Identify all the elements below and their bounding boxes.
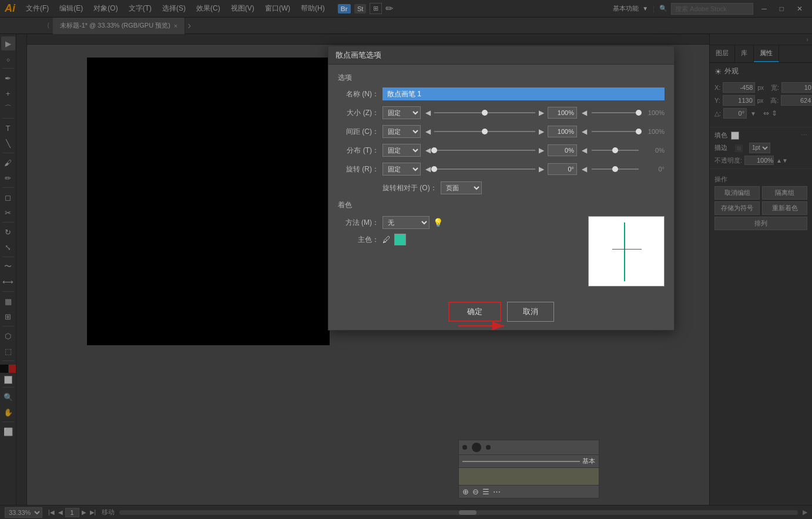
rotate-relative-label: 旋转相对于 (O)： bbox=[382, 183, 437, 193]
rotation-row: 旋转 (R)： 固定 ◀ ▶ ◀ 0° bbox=[338, 163, 665, 176]
scatter-value-input[interactable] bbox=[548, 144, 577, 156]
rotation-link-icon[interactable]: ◀ bbox=[581, 165, 588, 173]
preview-vertical-line bbox=[624, 223, 625, 281]
brush-icon-delete[interactable]: ⊖ bbox=[472, 487, 479, 496]
scatter-right-value: 0% bbox=[641, 147, 665, 154]
rotation-type-select[interactable]: 固定 bbox=[382, 163, 421, 176]
scatter-right-slider: 0% bbox=[592, 147, 665, 154]
options-section-label: 选项 bbox=[338, 73, 665, 83]
size-value-input[interactable] bbox=[548, 107, 577, 119]
spacing-value-input[interactable] bbox=[548, 126, 577, 137]
scatter-slider-right-arrow[interactable]: ▶ bbox=[538, 146, 545, 154]
brush-line-row: 基本 bbox=[459, 455, 599, 467]
rotation-value-input[interactable] bbox=[548, 163, 577, 175]
brush-icon-add[interactable]: ⊕ bbox=[462, 487, 469, 496]
brush-line bbox=[462, 461, 580, 462]
dialog-overlay: 散点画笔选项 选项 名称 (N)： 大小 (Z)： 固定 ◀ bbox=[0, 0, 812, 519]
brush-preview-strip bbox=[459, 467, 599, 485]
cancel-button[interactable]: 取消 bbox=[507, 302, 554, 322]
brush-dot-lg[interactable] bbox=[472, 443, 481, 452]
spacing-right-track[interactable] bbox=[592, 131, 639, 132]
brush-label: 基本 bbox=[582, 457, 595, 466]
scatter-row: 分布 (T)： 固定 ◀ ▶ ◀ 0% bbox=[338, 144, 665, 157]
rotation-right-slider: 0° bbox=[592, 166, 665, 173]
size-slider-track[interactable] bbox=[434, 112, 535, 113]
dialog-body: 选项 名称 (N)： 大小 (Z)： 固定 ◀ ▶ bbox=[328, 65, 674, 330]
lightbulb-icon[interactable]: 💡 bbox=[433, 218, 443, 227]
brush-panel: 基本 ⊕ ⊖ ☰ ⋯ bbox=[458, 440, 599, 498]
spacing-link-icon[interactable]: ◀ bbox=[581, 127, 588, 136]
main-color-label: 主色： bbox=[338, 235, 379, 245]
method-label: 方法 (M)： bbox=[338, 218, 379, 228]
brush-icons-row: ⊕ ⊖ ☰ ⋯ bbox=[459, 485, 599, 498]
spacing-type-select[interactable]: 固定 bbox=[382, 125, 421, 138]
scatter-link-icon[interactable]: ◀ bbox=[581, 146, 588, 154]
spacing-slider-thumb[interactable] bbox=[482, 129, 488, 134]
brush-icon-menu[interactable]: ☰ bbox=[482, 487, 489, 496]
name-label: 名称 (N)： bbox=[338, 89, 379, 99]
rotation-slider-track[interactable] bbox=[434, 168, 535, 170]
main-color-swatch[interactable] bbox=[394, 234, 406, 245]
scatter-slider-container: ◀ ▶ bbox=[424, 144, 577, 156]
size-slider-right-arrow[interactable]: ▶ bbox=[538, 109, 545, 117]
dialog-title: 散点画笔选项 bbox=[335, 50, 381, 60]
rotation-right-thumb[interactable] bbox=[612, 166, 618, 172]
preview-horizontal-line bbox=[612, 249, 642, 250]
spacing-right-thumb[interactable] bbox=[636, 129, 642, 134]
rotation-label: 旋转 (R)： bbox=[338, 164, 379, 174]
color-left: 方法 (M)： 无 💡 主色： 🖊 bbox=[338, 216, 581, 287]
scatter-slider-track[interactable] bbox=[434, 150, 535, 151]
color-section: 方法 (M)： 无 💡 主色： 🖊 bbox=[338, 216, 665, 287]
scatter-brush-dialog: 散点画笔选项 选项 名称 (N)： 大小 (Z)： 固定 ◀ bbox=[328, 46, 675, 331]
size-label: 大小 (Z)： bbox=[338, 108, 379, 118]
size-right-track[interactable] bbox=[592, 112, 639, 113]
rotate-relative-select[interactable]: 页面 路径 bbox=[441, 181, 482, 194]
method-row: 方法 (M)： 无 💡 bbox=[338, 216, 581, 229]
scatter-right-track[interactable] bbox=[592, 150, 639, 151]
spacing-slider-container: ◀ ▶ bbox=[424, 126, 577, 137]
scatter-label: 分布 (T)： bbox=[338, 146, 379, 156]
scatter-right-thumb[interactable] bbox=[612, 147, 618, 153]
coloring-section-label: 着色 bbox=[338, 200, 665, 210]
rotation-right-track[interactable] bbox=[592, 168, 639, 170]
brush-preview-box bbox=[588, 216, 665, 287]
rotate-relative-row: 旋转相对于 (O)： 页面 路径 bbox=[382, 181, 665, 194]
red-arrow-annotation bbox=[452, 314, 511, 339]
brush-icon-options[interactable]: ⋯ bbox=[493, 487, 501, 496]
main-color-row: 主色： 🖊 bbox=[338, 234, 581, 245]
spacing-slider-track[interactable] bbox=[434, 131, 535, 132]
spacing-right-value: 100% bbox=[641, 128, 665, 135]
size-right-value: 100% bbox=[641, 109, 665, 116]
spacing-slider-right-arrow[interactable]: ▶ bbox=[538, 127, 545, 136]
spacing-right-slider: 100% bbox=[592, 128, 665, 135]
rotation-slider-thumb[interactable] bbox=[431, 166, 437, 172]
size-right-slider: 100% bbox=[592, 109, 665, 116]
method-select[interactable]: 无 bbox=[382, 216, 430, 229]
scatter-type-select[interactable]: 固定 bbox=[382, 144, 421, 157]
size-slider-left-arrow[interactable]: ◀ bbox=[424, 109, 432, 117]
size-slider-thumb[interactable] bbox=[482, 110, 488, 116]
brush-dot-sm-1[interactable] bbox=[462, 445, 467, 450]
brush-dot-sm-2[interactable] bbox=[486, 445, 491, 450]
rotation-slider-right-arrow[interactable]: ▶ bbox=[538, 165, 545, 173]
name-row: 名称 (N)： bbox=[338, 87, 665, 100]
rotation-right-value: 0° bbox=[641, 166, 665, 173]
dialog-title-bar: 散点画笔选项 bbox=[328, 46, 674, 65]
brush-name-input[interactable] bbox=[382, 87, 665, 100]
size-slider-container: ◀ ▶ bbox=[424, 107, 577, 119]
spacing-slider-left-arrow[interactable]: ◀ bbox=[424, 127, 432, 136]
spacing-label: 间距 (C)： bbox=[338, 127, 379, 137]
brush-panel-header bbox=[459, 440, 599, 455]
scatter-slider-thumb[interactable] bbox=[431, 147, 437, 153]
rotation-slider-container: ◀ ▶ bbox=[424, 163, 577, 175]
size-link-icon[interactable]: ◀ bbox=[581, 109, 588, 117]
size-row: 大小 (Z)： 固定 ◀ ▶ ◀ 100% bbox=[338, 106, 665, 119]
color-right bbox=[588, 216, 665, 287]
eyedropper-icon[interactable]: 🖊 bbox=[382, 235, 391, 244]
spacing-row: 间距 (C)： 固定 ◀ ▶ ◀ 100% bbox=[338, 125, 665, 138]
size-type-select[interactable]: 固定 bbox=[382, 106, 421, 119]
size-right-thumb[interactable] bbox=[636, 110, 642, 116]
